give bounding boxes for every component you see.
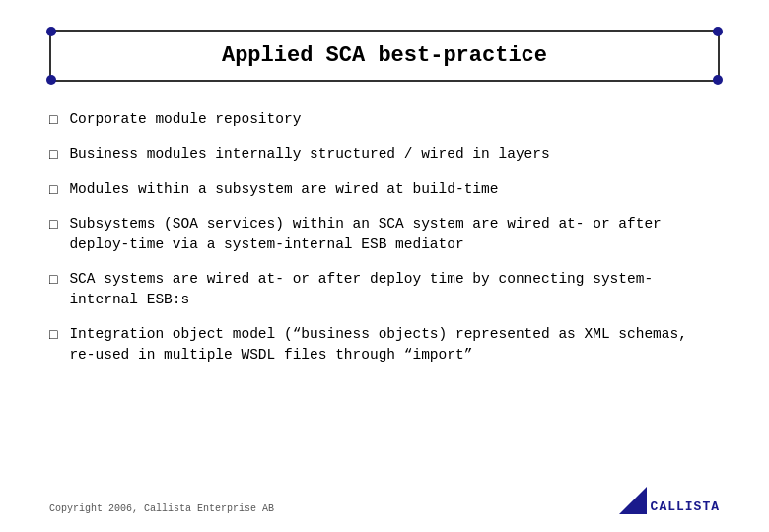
bullet-icon-1: □: [49, 110, 57, 130]
copyright-text: Copyright 2006, Callista Enterprise AB: [49, 503, 274, 514]
bullet-text-3: Modules within a subsystem are wired at …: [69, 179, 720, 200]
list-item: □ Integration object model (“business ob…: [49, 324, 720, 366]
bullet-list: □ Corporate module repository □ Business…: [49, 109, 720, 366]
list-item: □ Subsystems (SOA services) within an SC…: [49, 214, 720, 255]
slide: Applied SCA best-practice □ Corporate mo…: [0, 0, 769, 532]
corner-dot-tl: [46, 27, 56, 36]
callista-logo-text: CALLISTA: [651, 499, 720, 514]
list-item: □ SCA systems are wired at- or after dep…: [49, 269, 720, 310]
bullet-icon-2: □: [49, 145, 57, 165]
bullet-text-1: Corporate module repository: [69, 109, 720, 130]
list-item: □ Corporate module repository: [49, 109, 720, 130]
bullet-icon-3: □: [49, 180, 57, 200]
list-item: □ Business modules internally structured…: [49, 144, 720, 165]
footer: Copyright 2006, Callista Enterprise AB C…: [49, 487, 720, 514]
bullet-text-5: SCA systems are wired at- or after deplo…: [69, 269, 720, 310]
bullet-text-4: Subsystems (SOA services) within an SCA …: [69, 214, 720, 255]
title-box: Applied SCA best-practice: [49, 30, 720, 82]
bullet-icon-6: □: [49, 325, 57, 345]
bullet-text-6: Integration object model (“business obje…: [69, 324, 720, 366]
callista-triangle-icon: [619, 487, 647, 514]
bullet-icon-4: □: [49, 215, 57, 234]
corner-dot-tr: [713, 27, 723, 36]
bullet-text-2: Business modules internally structured /…: [69, 144, 720, 165]
corner-dot-bl: [46, 75, 56, 85]
corner-dot-br: [713, 75, 723, 85]
slide-title: Applied SCA best-practice: [222, 43, 547, 68]
list-item: □ Modules within a subsystem are wired a…: [49, 179, 720, 200]
bullet-icon-5: □: [49, 270, 57, 290]
callista-logo: CALLISTA: [619, 487, 720, 514]
